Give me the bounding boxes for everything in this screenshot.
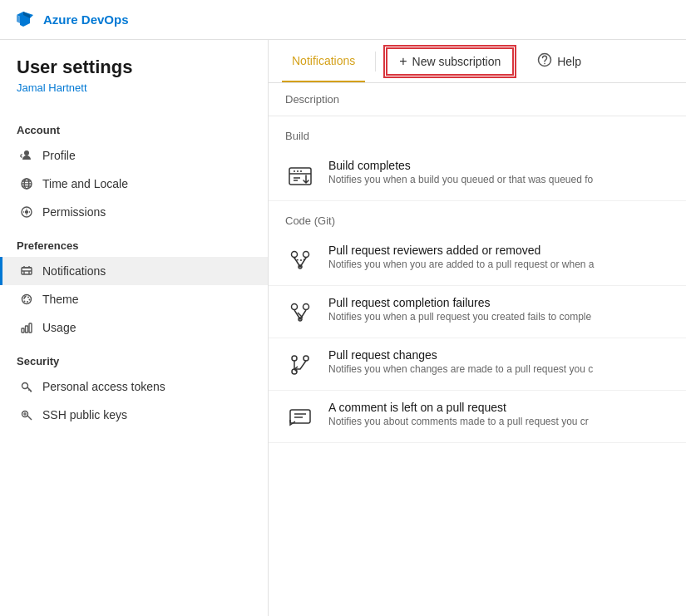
notif-pr-completion-failures-text: Pull request completion failures Notifie… — [328, 296, 591, 323]
notif-pr-completion-failures-desc: Notifies you when a pull request you cre… — [328, 311, 591, 323]
notif-item-pr-completion-failures: Pull request completion failures Notifie… — [269, 286, 686, 338]
sidebar-item-ssh-public-keys[interactable]: SSH public keys — [0, 401, 268, 429]
notif-build-completes-text: Build completes Notifies you when a buil… — [328, 159, 593, 185]
usage-chart-icon — [19, 320, 34, 335]
svg-rect-26 — [29, 323, 32, 333]
sidebar-item-label: Permissions — [42, 205, 106, 219]
svg-point-42 — [292, 252, 298, 258]
notif-pr-changes-text: Pull request changes Notifies you when c… — [328, 348, 593, 375]
sidebar-item-time-locale[interactable]: Time and Locale — [0, 170, 268, 198]
sidebar: User settings Jamal Hartnett Account Pro… — [0, 40, 269, 616]
svg-point-22 — [27, 301, 28, 303]
svg-point-23 — [24, 301, 26, 303]
page-title: User settings — [0, 57, 268, 81]
svg-rect-25 — [26, 326, 28, 333]
sidebar-item-label: Profile — [42, 149, 76, 162]
notif-item-pr-comment: A comment is left on a pull request Noti… — [269, 391, 686, 443]
notif-build-completes-title: Build completes — [328, 159, 593, 172]
svg-point-43 — [304, 252, 309, 258]
sidebar-item-theme[interactable]: Theme — [0, 285, 268, 313]
new-subscription-label: New subscription — [412, 55, 501, 68]
description-header: Description — [269, 83, 686, 116]
notif-pr-reviewers-text: Pull request reviewers added or removed … — [328, 244, 595, 270]
person-icon — [19, 148, 34, 163]
notif-pr-changes-title: Pull request changes — [328, 348, 593, 362]
notif-item-pr-changes: Pull request changes Notifies you when c… — [269, 338, 686, 391]
svg-point-10 — [26, 211, 28, 214]
theme-icon — [19, 292, 34, 307]
plus-icon: + — [399, 54, 407, 69]
sidebar-item-usage[interactable]: Usage — [0, 313, 268, 342]
sidebar-item-permissions[interactable]: Permissions — [0, 198, 268, 226]
bell-icon — [19, 264, 34, 278]
notif-pr-comment-title: A comment is left on a pull request — [328, 401, 589, 414]
permissions-icon — [19, 205, 34, 219]
notif-item-build-completes: Build completes Notifies you when a buil… — [269, 149, 686, 201]
topbar: Azure DevOps — [0, 0, 686, 40]
svg-rect-24 — [22, 328, 24, 333]
sidebar-item-label: Theme — [42, 293, 79, 306]
key-icon — [19, 379, 34, 394]
svg-point-46 — [304, 304, 309, 310]
pr-changes-icon — [285, 350, 315, 380]
sidebar-section-account: Account — [0, 111, 268, 141]
pr-completion-icon — [285, 298, 315, 328]
sidebar-item-label: Usage — [42, 321, 76, 334]
pr-comment-icon — [285, 402, 315, 432]
svg-line-32 — [27, 416, 32, 420]
sidebar-section-security: Security — [0, 342, 268, 372]
sidebar-item-label: Time and Locale — [42, 177, 128, 190]
notif-item-pr-reviewers: Pull request reviewers added or removed … — [269, 234, 686, 286]
tab-notifications-label: Notifications — [292, 54, 355, 67]
help-label: Help — [557, 55, 581, 68]
app-layout: User settings Jamal Hartnett Account Pro… — [0, 40, 686, 616]
svg-point-19 — [24, 297, 26, 298]
user-subtitle: Jamal Hartnett — [0, 81, 268, 111]
ssh-key-icon — [19, 407, 34, 422]
azure-devops-logo-icon — [13, 8, 37, 32]
notif-pr-reviewers-title: Pull request reviewers added or removed — [328, 244, 595, 257]
main-content: Notifications + New subscription Help — [269, 40, 686, 616]
sidebar-item-label: Notifications — [42, 264, 106, 278]
notif-pr-changes-desc: Notifies you when changes are made to a … — [328, 363, 593, 375]
svg-point-21 — [29, 299, 31, 301]
notif-pr-comment-text: A comment is left on a pull request Noti… — [328, 401, 589, 427]
sidebar-item-label: SSH public keys — [42, 408, 127, 421]
notif-pr-completion-failures-title: Pull request completion failures — [328, 296, 591, 309]
tabbar: Notifications + New subscription Help — [269, 40, 686, 83]
globe-icon — [19, 176, 34, 191]
notif-pr-comment-desc: Notifies you about comments made to a pu… — [328, 416, 589, 427]
help-circle-icon — [537, 52, 552, 70]
notif-build-completes-desc: Notifies you when a build you queued or … — [328, 174, 593, 185]
sidebar-item-notifications[interactable]: Notifications — [0, 257, 268, 285]
pr-reviewers-icon — [285, 245, 315, 275]
svg-point-27 — [22, 383, 28, 389]
svg-point-50 — [304, 356, 308, 361]
svg-rect-52 — [290, 410, 310, 423]
sidebar-item-label: Personal access tokens — [42, 380, 165, 393]
svg-point-45 — [292, 304, 298, 310]
svg-rect-35 — [289, 168, 311, 185]
svg-point-49 — [292, 356, 297, 361]
svg-point-34 — [544, 63, 545, 65]
sidebar-item-personal-access-tokens[interactable]: Personal access tokens — [0, 372, 268, 401]
notif-pr-reviewers-desc: Notifies you when you are added to a pul… — [328, 259, 595, 270]
section-build-label: Build — [269, 116, 686, 149]
tab-notifications[interactable]: Notifications — [282, 40, 365, 82]
sidebar-section-preferences: Preferences — [0, 226, 268, 257]
svg-point-20 — [27, 297, 29, 298]
sidebar-item-profile[interactable]: Profile — [0, 141, 268, 170]
new-subscription-button[interactable]: + New subscription — [386, 47, 514, 76]
help-button[interactable]: Help — [527, 47, 591, 75]
build-icon — [285, 160, 315, 190]
app-name-label: Azure DevOps — [43, 12, 129, 27]
section-code-git-label: Code (Git) — [269, 201, 686, 234]
notifications-content: Description Build — [269, 83, 686, 616]
tab-divider — [375, 52, 376, 71]
app-logo[interactable]: Azure DevOps — [13, 8, 129, 32]
